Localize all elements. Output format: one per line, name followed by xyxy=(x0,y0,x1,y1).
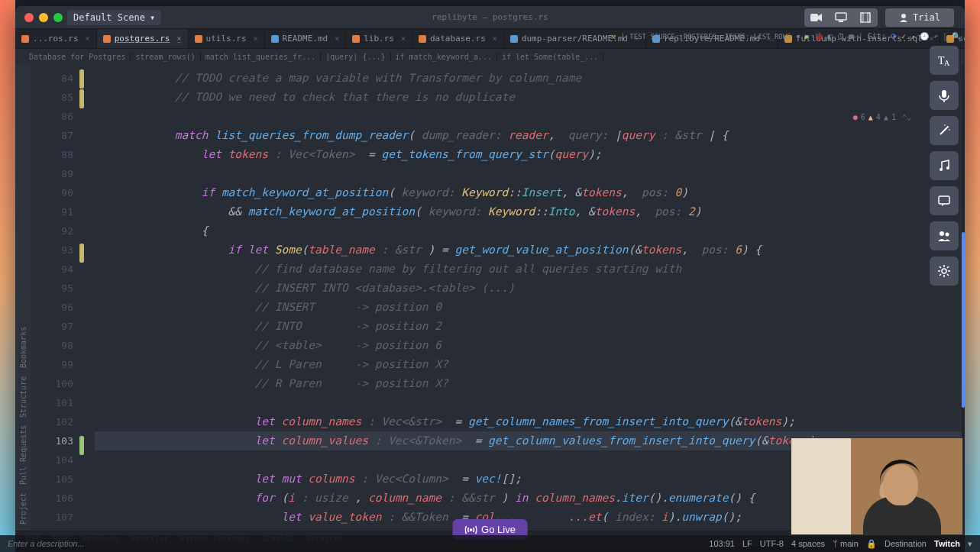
line-number[interactable]: 107 xyxy=(31,508,73,527)
line-number[interactable]: 90 xyxy=(31,183,73,202)
stream-description-input[interactable]: Enter a description... xyxy=(8,539,85,548)
git-update-icon[interactable]: ⟳ xyxy=(891,32,897,40)
debug-icon[interactable]: 🐞 xyxy=(814,32,823,40)
line-number[interactable]: 103 xyxy=(31,431,73,450)
destination-value[interactable]: Twitch xyxy=(934,539,960,548)
tool-window-tab[interactable]: Structure xyxy=(19,376,27,417)
inspection-widget[interactable]: ●6 ▲4 ▲1 ⌃⌄ xyxy=(853,113,911,121)
code-line[interactable] xyxy=(95,107,965,126)
line-number[interactable]: 104 xyxy=(31,450,73,470)
git-history-icon[interactable]: 🕘 xyxy=(920,32,929,40)
indent-setting[interactable]: 4 spaces xyxy=(791,539,825,548)
line-number[interactable]: 84 xyxy=(31,69,73,88)
code-line[interactable] xyxy=(95,164,965,183)
people-tool-button[interactable] xyxy=(930,221,959,250)
line-separator[interactable]: LF xyxy=(742,539,752,548)
file-encoding[interactable]: UTF-8 xyxy=(760,539,784,548)
line-number[interactable]: 96 xyxy=(31,298,73,317)
code-line[interactable]: // R Paren -> position X? xyxy=(95,374,965,393)
film-icon[interactable] xyxy=(853,8,878,27)
line-number[interactable]: 93 xyxy=(31,240,73,260)
editor-tab[interactable]: utils.rs× xyxy=(189,29,265,48)
breadcrumb-item[interactable]: |query| {...} xyxy=(321,53,390,61)
breadcrumb-item[interactable]: if match_keyword_a... xyxy=(391,53,497,61)
scene-selector[interactable]: Default Scene ▾ xyxy=(67,10,161,25)
code-line[interactable]: match list_queries_from_dump_reader( dum… xyxy=(95,126,965,145)
line-number[interactable]: 87 xyxy=(31,126,73,145)
code-line[interactable]: // INSERT INTO <database>.<table> (...) xyxy=(95,279,965,298)
breadcrumb-item[interactable]: match list_queries_fr... xyxy=(201,53,322,61)
code-line[interactable]: if let Some(table_name : &str ) = get_wo… xyxy=(95,240,965,260)
code-line[interactable]: // <table> -> position 6 xyxy=(95,336,965,355)
line-number[interactable]: 94 xyxy=(31,260,73,279)
close-tab-icon[interactable]: × xyxy=(493,34,497,43)
camera-icon[interactable] xyxy=(804,8,829,27)
magic-wand-button[interactable] xyxy=(930,116,959,145)
line-number[interactable]: 101 xyxy=(31,393,73,412)
line-number[interactable]: 100 xyxy=(31,374,73,393)
text-tool-button[interactable]: TA xyxy=(930,46,959,75)
code-line[interactable]: { xyxy=(95,221,965,240)
line-number[interactable]: 89 xyxy=(31,164,73,183)
build-icon[interactable]: ⚒ xyxy=(611,32,616,40)
mic-tool-button[interactable] xyxy=(930,81,959,110)
editor-tab[interactable]: postgres.rs× xyxy=(97,29,189,48)
chat-tool-button[interactable] xyxy=(930,186,959,215)
code-line[interactable]: if match_keyword_at_position( keyword: K… xyxy=(95,183,965,202)
line-number[interactable]: 99 xyxy=(31,355,73,374)
line-number[interactable]: 97 xyxy=(31,317,73,336)
git-commit-icon[interactable]: ✓ xyxy=(901,32,906,40)
trial-button[interactable]: Trial xyxy=(885,8,954,27)
line-number[interactable]: 85 xyxy=(31,88,73,107)
line-number[interactable]: 88 xyxy=(31,145,73,164)
code-line[interactable]: // find database name by filtering out a… xyxy=(95,260,965,279)
maximize-window-icon[interactable] xyxy=(53,13,63,22)
line-number[interactable]: 91 xyxy=(31,202,73,221)
close-tab-icon[interactable]: × xyxy=(254,34,258,43)
code-line[interactable]: // TODO create a map variable with Trans… xyxy=(95,69,965,88)
breadcrumb-item[interactable]: Database for Postgres xyxy=(24,53,131,61)
monitor-icon[interactable] xyxy=(829,8,853,27)
profile-icon[interactable]: ⏱ xyxy=(837,32,845,40)
tool-window-tab[interactable]: Pull Requests xyxy=(19,425,27,485)
breadcrumb-item[interactable]: stream_rows() xyxy=(131,53,200,61)
music-tool-button[interactable] xyxy=(930,151,959,180)
close-tab-icon[interactable]: × xyxy=(177,34,182,43)
close-tab-icon[interactable]: × xyxy=(335,34,339,43)
code-line[interactable]: let tokens : Vec<Token> = get_tokens_fro… xyxy=(95,145,965,164)
editor-tab[interactable]: database.rs× xyxy=(412,29,504,48)
lock-icon[interactable]: 🔒 xyxy=(866,539,877,549)
breadcrumb-item[interactable]: if let Some(table_... xyxy=(497,53,603,61)
line-number[interactable]: 102 xyxy=(31,412,73,431)
editor-tab[interactable]: ...ros.rs× xyxy=(15,29,97,48)
git-rollback-icon[interactable]: ↶ xyxy=(933,32,938,40)
line-number[interactable]: 106 xyxy=(31,489,73,508)
coverage-icon[interactable]: ◧ xyxy=(828,32,833,40)
line-number[interactable]: 95 xyxy=(31,279,73,298)
webcam-overlay[interactable] xyxy=(791,437,963,535)
line-number[interactable]: 105 xyxy=(31,470,73,489)
code-line[interactable]: // L Paren -> position X? xyxy=(95,355,965,374)
run-icon[interactable]: ▶ xyxy=(805,32,810,40)
tool-window-tab[interactable]: Project xyxy=(19,492,27,525)
search-icon[interactable]: 🔍 xyxy=(952,32,961,40)
editor-tab[interactable]: lib.rs× xyxy=(346,29,412,48)
code-line[interactable]: // INTO -> position 2 xyxy=(95,317,965,336)
close-window-icon[interactable] xyxy=(24,13,34,22)
run-config-selector[interactable]: TEST SOURCE::POSTGRES::TESTS::LIST_ROWS xyxy=(629,33,791,40)
close-tab-icon[interactable]: × xyxy=(86,34,90,43)
line-number[interactable]: 98 xyxy=(31,336,73,355)
stop-icon[interactable]: ■ xyxy=(849,32,854,40)
code-line[interactable]: let column_names : Vec<&str> = get_colum… xyxy=(95,412,965,431)
code-line[interactable]: && match_keyword_at_position( keyword: K… xyxy=(95,202,965,221)
code-line[interactable]: // INSERT -> position 0 xyxy=(95,298,965,317)
line-number[interactable]: 92 xyxy=(31,221,73,240)
minimize-window-icon[interactable] xyxy=(39,13,48,22)
line-number[interactable]: 86 xyxy=(31,107,73,126)
tool-window-tab[interactable]: Bookmarks xyxy=(19,327,27,368)
git-push-icon[interactable]: ↗ xyxy=(910,32,915,40)
code-line[interactable]: // TODO we need to check that there is n… xyxy=(95,88,965,107)
close-tab-icon[interactable]: × xyxy=(401,34,406,43)
code-line[interactable] xyxy=(95,393,965,412)
settings-gear-button[interactable] xyxy=(930,257,959,286)
